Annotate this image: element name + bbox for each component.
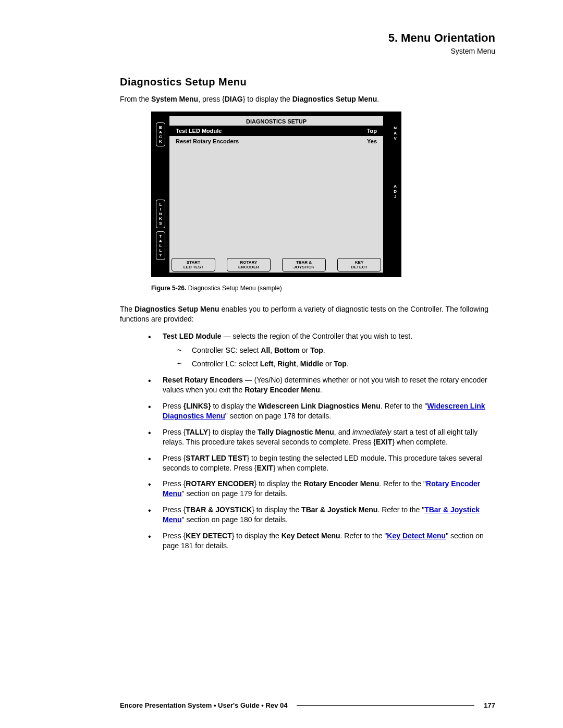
row-label: Reset Rotary Encoders bbox=[176, 138, 239, 144]
row-value: Top bbox=[367, 128, 377, 134]
page-number: 177 bbox=[484, 701, 495, 709]
left-softkeys: BACK LINKS TALLY bbox=[156, 122, 165, 260]
row-label: Test LED Module bbox=[176, 128, 222, 134]
list-item: Press {TALLY} to display the Tally Diagn… bbox=[148, 427, 495, 447]
bullet-list: Test LED Module — selects the region of … bbox=[148, 331, 495, 551]
device-figure: BACK LINKS TALLY NAV ADJ DIAGNOSTICS SET… bbox=[151, 112, 401, 277]
sub-list: Controller SC: select All, Bottom or Top… bbox=[177, 346, 495, 369]
menu-row-selected[interactable]: Test LED Module Top bbox=[169, 126, 383, 136]
row-value: Yes bbox=[367, 138, 377, 144]
list-item: Press {LINKS} to display the Widescreen … bbox=[148, 401, 495, 421]
key-detect-button[interactable]: KEYDETECT bbox=[337, 258, 381, 272]
page-header: 5. Menu Orientation System Menu bbox=[120, 31, 495, 55]
tbar-joystick-button[interactable]: TBAR &JOYSTICK bbox=[282, 258, 326, 272]
list-item: Reset Rotary Encoders — (Yes/No) determi… bbox=[148, 375, 495, 395]
list-item: Press {START LED TEST} to begin testing … bbox=[148, 453, 495, 473]
list-item: Press {TBAR & JOYSTICK} to display the T… bbox=[148, 505, 495, 525]
list-item: Press {ROTARY ENCODER} to display the Ro… bbox=[148, 479, 495, 499]
chapter-title: 5. Menu Orientation bbox=[120, 31, 495, 45]
screen-title: DIAGNOSTICS SETUP bbox=[169, 116, 383, 126]
figure-caption: Figure 5-26. Diagnostics Setup Menu (sam… bbox=[151, 285, 495, 292]
right-softkeys: NAV ADJ bbox=[394, 126, 397, 200]
links-button[interactable]: LINKS bbox=[156, 200, 165, 228]
rotary-encoder-button[interactable]: ROTARYENCODER bbox=[227, 258, 271, 272]
description-paragraph: The Diagnostics Setup Menu enables you t… bbox=[120, 304, 495, 324]
list-item: Test LED Module — selects the region of … bbox=[148, 331, 495, 369]
page-content: 5. Menu Orientation System Menu Diagnost… bbox=[120, 31, 495, 557]
page-footer: Encore Presentation System • User's Guid… bbox=[120, 701, 495, 709]
section-title: Diagnostics Setup Menu bbox=[120, 76, 495, 88]
footer-rule bbox=[297, 705, 474, 706]
device-screen: DIAGNOSTICS SETUP Test LED Module Top Re… bbox=[169, 116, 383, 273]
key-detect-link[interactable]: Key Detect Menu bbox=[387, 532, 446, 540]
menu-row[interactable]: Reset Rotary Encoders Yes bbox=[169, 136, 383, 146]
list-item: Controller SC: select All, Bottom or Top… bbox=[177, 346, 495, 355]
nav-label: NAV bbox=[394, 126, 397, 141]
breadcrumb: System Menu bbox=[120, 47, 495, 55]
intro-paragraph: From the System Menu, press {DIAG} to di… bbox=[120, 94, 495, 104]
back-button[interactable]: BACK bbox=[156, 122, 165, 146]
adj-label: ADJ bbox=[394, 184, 397, 200]
start-led-test-button[interactable]: STARTLED TEST bbox=[172, 258, 215, 272]
bottom-softkeys: STARTLED TEST ROTARYENCODER TBAR &JOYSTI… bbox=[169, 255, 383, 273]
footer-title: Encore Presentation System • User's Guid… bbox=[120, 701, 287, 709]
list-item: Press {KEY DETECT} to display the Key De… bbox=[148, 531, 495, 551]
list-item: Controller LC: select Left, Right, Middl… bbox=[177, 359, 495, 369]
tally-button[interactable]: TALLY bbox=[156, 231, 165, 260]
